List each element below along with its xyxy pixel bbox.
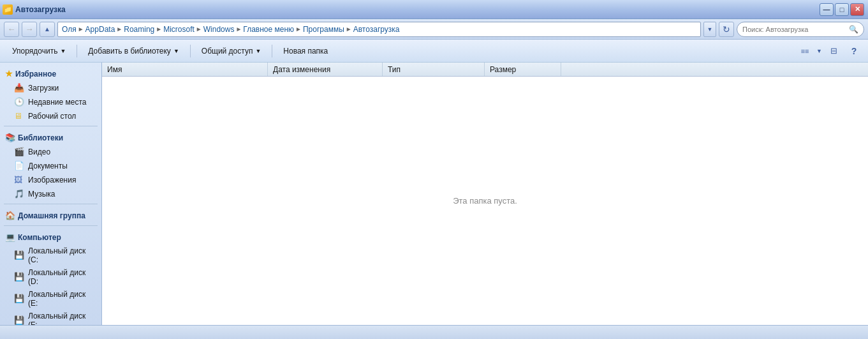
toolbar-right: ≡≡ ▼ ⊟ ? bbox=[796, 43, 863, 59]
refresh-button[interactable]: ↻ bbox=[719, 22, 734, 37]
col-header-name[interactable]: Имя bbox=[102, 63, 268, 76]
maximize-button[interactable]: □ bbox=[835, 3, 849, 16]
breadcrumb-windows[interactable]: Windows bbox=[203, 25, 235, 34]
breadcrumb-autostart[interactable]: Автозагрузка bbox=[353, 25, 400, 34]
breadcrumb-oly[interactable]: Оля bbox=[62, 25, 77, 34]
address-bar: ← → ▲ Оля ► AppData ► Roaming ► Microsof… bbox=[0, 19, 868, 40]
sidebar-item-drive-c[interactable]: 💾 Локальный диск (C: bbox=[0, 245, 101, 266]
minimize-button[interactable]: — bbox=[820, 3, 834, 16]
new-folder-label: Новая папка bbox=[283, 47, 328, 56]
toolbar-separator-2 bbox=[190, 45, 191, 57]
desktop-label: Рабочий стол bbox=[28, 112, 76, 121]
sidebar-libraries-label: Библиотеки bbox=[18, 133, 63, 142]
sidebar-item-downloads[interactable]: 📥 Загрузки bbox=[0, 81, 101, 95]
sidebar-favorites-label: Избранное bbox=[15, 70, 56, 79]
sidebar-divider-1 bbox=[4, 126, 98, 126]
title-bar-left: 📁 Автозагрузка bbox=[3, 4, 820, 15]
drive-e-icon: 💾 bbox=[14, 294, 24, 304]
file-area: Имя Дата изменения Тип Размер Эта папка … bbox=[102, 63, 868, 325]
breadcrumb-programs[interactable]: Программы bbox=[303, 25, 344, 34]
drive-f-label: Локальный диск (F: bbox=[28, 312, 96, 325]
recent-label: Недавние места bbox=[28, 98, 86, 107]
address-dropdown-button[interactable]: ▼ bbox=[703, 22, 716, 37]
computer-icon: 💻 bbox=[5, 232, 15, 242]
share-label: Общий доступ bbox=[202, 47, 253, 56]
images-icon: 🖼 bbox=[14, 175, 24, 185]
col-header-type[interactable]: Тип bbox=[383, 63, 485, 76]
sidebar-item-images[interactable]: 🖼 Изображения bbox=[0, 173, 101, 187]
status-bar bbox=[0, 325, 868, 339]
sidebar-item-desktop[interactable]: 🖥 Рабочий стол bbox=[0, 109, 101, 123]
drive-d-label: Локальный диск (D: bbox=[28, 268, 96, 286]
homegroup-icon: 🏠 bbox=[5, 211, 15, 220]
sidebar-item-recent[interactable]: 🕒 Недавние места bbox=[0, 95, 101, 109]
star-icon: ★ bbox=[5, 69, 13, 79]
organize-label: Упорядочить bbox=[12, 47, 57, 56]
view-details-button[interactable]: ⊟ bbox=[825, 43, 842, 59]
downloads-icon: 📥 bbox=[14, 83, 24, 93]
search-icon: 🔍 bbox=[849, 25, 858, 34]
col-date-label: Дата изменения bbox=[273, 65, 330, 74]
view-dropdown-icon[interactable]: ▼ bbox=[816, 48, 822, 54]
up-button[interactable]: ▲ bbox=[40, 22, 55, 37]
empty-folder-message: Эта папка пуста. bbox=[453, 196, 517, 206]
sidebar-homegroup-header[interactable]: 🏠 Домашняя группа bbox=[0, 207, 101, 223]
organize-button[interactable]: Упорядочить ▼ bbox=[5, 42, 73, 60]
sidebar-computer-label: Компьютер bbox=[18, 233, 61, 242]
drive-c-label: Локальный диск (C: bbox=[28, 246, 96, 264]
breadcrumb-appdata[interactable]: AppData bbox=[85, 25, 115, 34]
title-bar-controls: — □ ✕ bbox=[820, 3, 864, 16]
col-header-size[interactable]: Размер bbox=[485, 63, 561, 76]
col-type-label: Тип bbox=[388, 65, 401, 74]
sidebar-item-music[interactable]: 🎵 Музыка bbox=[0, 187, 101, 201]
docs-label: Документы bbox=[28, 162, 68, 170]
sidebar-favorites-header[interactable]: ★ Избранное bbox=[0, 65, 101, 81]
sidebar-item-docs[interactable]: 📄 Документы bbox=[0, 159, 101, 173]
sidebar-divider-2 bbox=[4, 204, 98, 204]
sidebar-item-drive-e[interactable]: 💾 Локальный диск (E: bbox=[0, 288, 101, 310]
add-to-library-button[interactable]: Добавить в библиотеку ▼ bbox=[81, 42, 186, 60]
view-list-button[interactable]: ≡≡ bbox=[796, 43, 814, 59]
sidebar-libraries-header[interactable]: 📚 Библиотеки bbox=[0, 129, 101, 145]
search-input[interactable] bbox=[742, 26, 846, 33]
toolbar: Упорядочить ▼ Добавить в библиотеку ▼ Об… bbox=[0, 40, 868, 63]
help-button[interactable]: ? bbox=[845, 43, 863, 59]
breadcrumb-startmenu[interactable]: Главное меню bbox=[243, 25, 294, 34]
library-dropdown-icon: ▼ bbox=[173, 48, 179, 54]
video-icon: 🎬 bbox=[14, 147, 24, 157]
breadcrumb-microsoft[interactable]: Microsoft bbox=[163, 25, 195, 34]
forward-button[interactable]: → bbox=[22, 22, 37, 37]
docs-icon: 📄 bbox=[14, 161, 24, 171]
sidebar-divider-3 bbox=[4, 225, 98, 226]
window-title: Автозагрузка bbox=[15, 5, 66, 14]
sidebar-item-video[interactable]: 🎬 Видео bbox=[0, 145, 101, 159]
file-content-area: Эта папка пуста. bbox=[102, 77, 868, 325]
close-button[interactable]: ✕ bbox=[850, 3, 864, 16]
title-bar: 📁 Автозагрузка — □ ✕ bbox=[0, 0, 868, 19]
address-path[interactable]: Оля ► AppData ► Roaming ► Microsoft ► Wi… bbox=[57, 22, 701, 37]
libraries-icon: 📚 bbox=[5, 133, 15, 142]
images-label: Изображения bbox=[28, 176, 76, 185]
sidebar-item-drive-f[interactable]: 💾 Локальный диск (F: bbox=[0, 310, 101, 325]
share-button[interactable]: Общий доступ ▼ bbox=[195, 42, 268, 60]
back-button[interactable]: ← bbox=[4, 22, 19, 37]
share-dropdown-icon: ▼ bbox=[255, 48, 261, 54]
col-header-date[interactable]: Дата изменения bbox=[268, 63, 383, 76]
new-folder-button[interactable]: Новая папка bbox=[276, 42, 335, 60]
sidebar-item-drive-d[interactable]: 💾 Локальный диск (D: bbox=[0, 266, 101, 288]
sidebar-computer-header[interactable]: 💻 Компьютер bbox=[0, 229, 101, 245]
library-label: Добавить в библиотеку bbox=[88, 47, 171, 56]
col-name-label: Имя bbox=[107, 65, 122, 74]
drive-e-label: Локальный диск (E: bbox=[28, 290, 96, 308]
column-header: Имя Дата изменения Тип Размер bbox=[102, 63, 868, 77]
window-icon: 📁 bbox=[3, 4, 13, 15]
search-box[interactable]: 🔍 bbox=[737, 22, 864, 37]
toolbar-separator-1 bbox=[77, 45, 77, 57]
recent-icon: 🕒 bbox=[14, 97, 24, 107]
main-content: ★ Избранное 📥 Загрузки 🕒 Недавние места … bbox=[0, 63, 868, 325]
downloads-label: Загрузки bbox=[28, 84, 59, 93]
toolbar-separator-3 bbox=[272, 45, 272, 57]
music-label: Музыка bbox=[28, 190, 55, 199]
drive-f-icon: 💾 bbox=[14, 315, 24, 325]
breadcrumb-roaming[interactable]: Roaming bbox=[124, 25, 154, 34]
